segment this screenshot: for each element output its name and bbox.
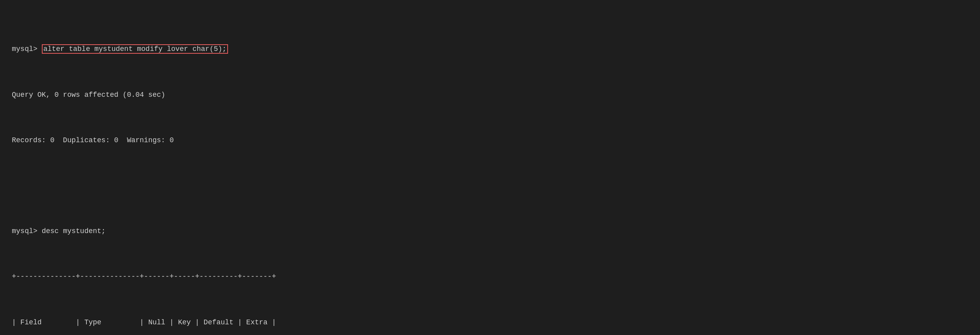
table-border-top: +--------------+--------------+------+--…: [12, 271, 968, 282]
command-line-1: mysql> alter table mystudent modify love…: [12, 43, 968, 55]
table-header-row: | Field | Type | Null | Key | Default | …: [12, 317, 968, 328]
terminal-output: mysql> alter table mystudent modify love…: [12, 9, 968, 335]
prompt-2: mysql>: [12, 227, 42, 235]
blank-line: [12, 180, 968, 192]
desc-command: desc mystudent;: [42, 227, 106, 235]
alter-command: alter table mystudent modify lover char(…: [42, 44, 228, 54]
output-line-2: Records: 0 Duplicates: 0 Warnings: 0: [12, 135, 968, 146]
output-line-1: Query OK, 0 rows affected (0.04 sec): [12, 89, 968, 101]
command-line-2: mysql> desc mystudent;: [12, 226, 968, 237]
prompt-1: mysql>: [12, 45, 42, 53]
